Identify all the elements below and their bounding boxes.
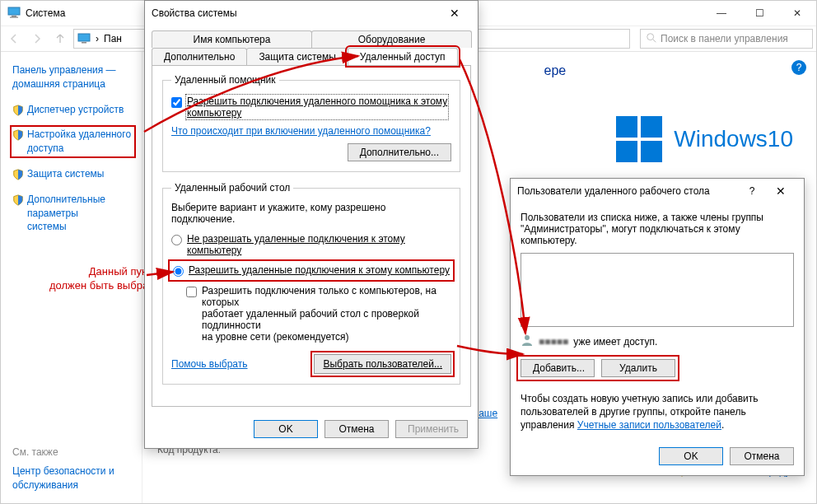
maximize-button[interactable]: ☐ <box>740 1 778 26</box>
svg-rect-4 <box>82 42 86 44</box>
svg-rect-1 <box>12 16 16 17</box>
dialog2-cancel-button[interactable]: Отмена <box>730 447 794 465</box>
radio-dont-allow-label: Не разрешать удаленные подключения к это… <box>187 233 451 256</box>
remove-user-button[interactable]: Удалить <box>601 359 675 377</box>
select-users-button[interactable]: Выбрать пользователей... <box>314 354 451 374</box>
search-placeholder: Поиск в панели управления <box>661 33 788 44</box>
remote-assistance-group: Удаленный помощник Разрешить подключения… <box>162 74 460 172</box>
dialog2-title: Пользователи удаленного рабочего стола <box>517 185 710 197</box>
tab-remote[interactable]: Удаленный доступ <box>348 48 458 65</box>
dialog-title: Свойства системы <box>152 7 237 19</box>
computer-icon <box>7 6 21 21</box>
dialog2-help-button[interactable]: ? <box>740 185 764 197</box>
radio-allow-label: Разрешить удаленные подключения к этому … <box>189 264 450 276</box>
breadcrumb: Пан <box>104 33 122 44</box>
system-properties-dialog: Свойства системы ✕ Имя компьютера Оборуд… <box>144 0 479 449</box>
nla-checkbox-label: Разрешить подключения только с компьютер… <box>202 285 451 343</box>
tab-advanced[interactable]: Дополнительно <box>152 48 247 65</box>
svg-point-5 <box>647 33 654 40</box>
search-input[interactable]: Поиск в панели управления <box>640 29 813 49</box>
radio-dont-allow[interactable] <box>171 235 182 245</box>
sidebar-system-protection[interactable]: Защита системы <box>12 167 133 181</box>
nav-forward-icon[interactable] <box>27 29 47 49</box>
annotation-text: Данный пунктдолжен быть выбран! <box>49 265 157 293</box>
computer-icon <box>77 32 91 45</box>
tab-hardware[interactable]: Оборудование <box>311 30 472 48</box>
remote-desktop-users-dialog: Пользователи удаленного рабочего стола ?… <box>510 178 805 476</box>
add-user-button[interactable]: Добавить... <box>521 359 595 377</box>
windows10-brand: Windows10 <box>616 116 793 162</box>
remote-desktop-intro: Выберите вариант и укажите, кому разреше… <box>171 202 451 225</box>
windows-logo-icon <box>616 116 662 162</box>
ok-button[interactable]: OK <box>254 420 318 438</box>
remote-desktop-group: Удаленный рабочий стол Выберите вариант … <box>162 182 460 385</box>
svg-point-7 <box>525 335 530 340</box>
svg-rect-0 <box>8 7 20 15</box>
sidebar-remote-settings[interactable]: Настройка удаленногодоступа <box>12 128 133 156</box>
advanced-button[interactable]: Дополнительно... <box>348 143 451 161</box>
see-also: См. также Центр безопасности иобслуживан… <box>12 446 142 492</box>
dialog2-ok-button[interactable]: OK <box>659 447 723 465</box>
nla-checkbox[interactable] <box>186 287 197 297</box>
user-accounts-link[interactable]: Учетные записи пользователей <box>577 419 721 431</box>
allow-remote-assistance-checkbox[interactable] <box>171 97 182 108</box>
minimize-button[interactable]: — <box>703 1 740 26</box>
remote-desktop-legend: Удаленный рабочий стол <box>171 182 293 194</box>
user-icon <box>521 334 534 349</box>
search-icon <box>646 32 657 46</box>
svg-rect-2 <box>10 16 18 17</box>
window-controls: — ☐ ✕ <box>703 1 816 26</box>
cancel-button[interactable]: Отмена <box>324 420 389 438</box>
remote-assistance-help-link[interactable]: Что происходит при включении удаленного … <box>171 125 431 137</box>
nav-back-icon[interactable] <box>4 29 24 49</box>
apply-button: Применить <box>395 420 468 438</box>
already-has-access-text: уже имеет доступ. <box>573 336 657 348</box>
dialog2-close-button[interactable]: ✕ <box>764 184 797 198</box>
security-center-link[interactable]: Центр безопасности иобслуживания <box>12 464 142 492</box>
sidebar-advanced-settings[interactable]: Дополнительные параметрысистемы <box>12 193 133 234</box>
remote-assistance-legend: Удаленный помощник <box>171 74 279 86</box>
sidebar-home[interactable]: Панель управления —домашняя страница <box>12 63 133 91</box>
tab-system-protection[interactable]: Защита системы <box>246 48 348 65</box>
help-choose-link[interactable]: Помочь выбрать <box>171 358 248 370</box>
sidebar-device-manager[interactable]: Диспетчер устройств <box>12 103 133 117</box>
dialog-close-button[interactable]: ✕ <box>438 1 471 26</box>
close-button[interactable]: ✕ <box>778 1 816 26</box>
svg-rect-3 <box>78 34 90 41</box>
svg-line-6 <box>653 39 656 42</box>
nav-up-icon[interactable] <box>50 29 70 49</box>
cp-title: Система <box>26 7 65 19</box>
tab-computer-name[interactable]: Имя компьютера <box>152 30 312 48</box>
radio-allow[interactable] <box>173 266 184 277</box>
allow-remote-assistance-label: Разрешить подключения удаленного помощни… <box>187 96 447 119</box>
dialog2-intro: Пользователи из списка ниже, а также чле… <box>521 212 794 246</box>
users-listbox[interactable] <box>521 253 794 327</box>
